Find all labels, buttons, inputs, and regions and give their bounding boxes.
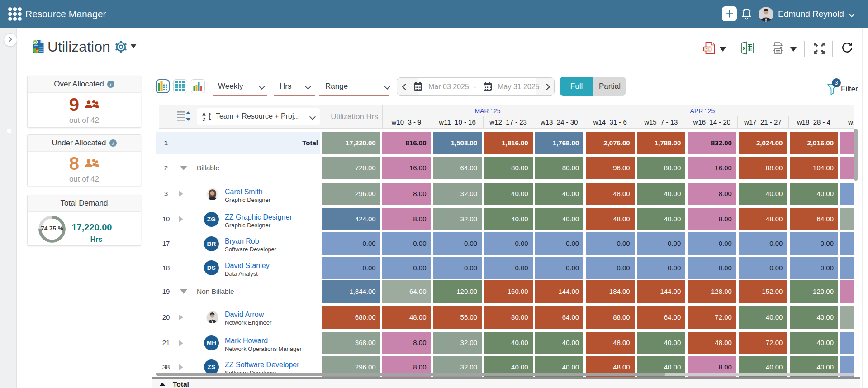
svg-text:Z: Z [202,117,205,122]
svg-text:X: X [742,46,746,51]
svg-text:A: A [202,112,206,117]
svg-text:PDF: PDF [705,48,711,51]
